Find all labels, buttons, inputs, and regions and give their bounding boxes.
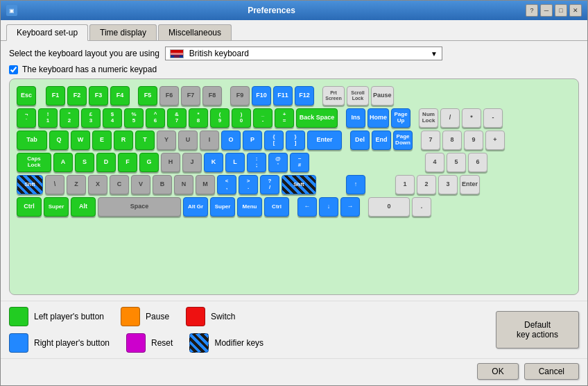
key-f10[interactable]: F10 [252,86,271,106]
key-u[interactable]: U [178,131,198,150]
key-apostrophe[interactable]: @' [268,153,288,172]
key-period[interactable]: >. [239,175,258,194]
key-7[interactable]: &7 [167,108,187,128]
key-uparrow[interactable]: ↑ [346,175,365,194]
key-numlock[interactable]: NumLock [419,108,438,128]
key-num4[interactable]: 4 [425,153,444,172]
key-rshift[interactable]: Shft [282,175,316,194]
key-rctrl[interactable]: Ctrl [264,197,289,217]
key-prtsc[interactable]: PrtScreen [322,86,345,106]
key-numminus[interactable]: - [483,108,503,128]
tab-keyboard-setup[interactable]: Keyboard set-up [6,24,88,41]
key-lalt[interactable]: Alt [71,197,96,217]
key-x[interactable]: X [88,175,107,194]
key-comma[interactable]: <, [217,175,236,194]
key-q[interactable]: Q [49,131,69,150]
key-2[interactable]: "2 [60,108,79,128]
key-slash[interactable]: ?/ [260,175,279,194]
key-f8[interactable]: F8 [202,86,222,106]
key-t[interactable]: T [135,131,155,150]
key-lctrl[interactable]: Ctrl [17,197,42,217]
key-r[interactable]: R [114,131,133,150]
key-lbracket[interactable]: {[ [264,131,284,150]
key-0[interactable]: )0 [232,108,251,128]
key-num3[interactable]: 3 [438,175,458,194]
key-i[interactable]: I [200,131,219,150]
key-f12[interactable]: F12 [295,86,314,106]
key-f6[interactable]: F6 [159,86,179,106]
key-f3[interactable]: F3 [89,86,108,106]
cancel-button[interactable]: Cancel [524,363,579,380]
key-m[interactable]: M [196,175,215,194]
key-v[interactable]: V [131,175,150,194]
key-leftarrow[interactable]: ← [297,197,317,217]
key-9[interactable]: (9 [210,108,230,128]
key-a[interactable]: A [53,153,73,172]
key-num7[interactable]: 7 [421,131,440,150]
key-num5[interactable]: 5 [447,153,466,172]
key-num2[interactable]: 2 [417,175,436,194]
key-equals[interactable]: += [275,108,294,128]
tab-miscellaneous[interactable]: Miscellaneous [158,24,232,40]
help-button[interactable]: ? [526,4,538,17]
key-5[interactable]: %5 [124,108,144,128]
tab-time-display[interactable]: Time display [89,24,157,40]
key-end[interactable]: End [372,131,391,150]
key-l[interactable]: L [225,153,245,172]
key-4[interactable]: $4 [103,108,122,128]
key-num6[interactable]: 6 [468,153,487,172]
minimize-button[interactable]: ─ [540,4,553,17]
key-altgr[interactable]: Alt Gr [183,197,208,217]
key-pgup[interactable]: PageUp [391,108,410,128]
key-o[interactable]: O [221,131,241,150]
key-e[interactable]: E [92,131,112,150]
key-8[interactable]: *8 [189,108,208,128]
numeric-keypad-checkbox[interactable] [9,65,18,74]
key-y[interactable]: Y [157,131,176,150]
key-z[interactable]: Z [67,175,86,194]
key-tab[interactable]: Tab [17,131,47,150]
key-f2[interactable]: F2 [67,86,87,106]
key-backslash[interactable]: \ [45,175,64,194]
key-s[interactable]: S [75,153,94,172]
key-downarrow[interactable]: ↓ [319,197,338,217]
key-3[interactable]: £3 [81,108,101,128]
key-del[interactable]: Del [350,131,370,150]
close-button[interactable]: ✕ [569,4,582,17]
key-f4[interactable]: F4 [110,86,130,106]
key-menu[interactable]: Menu [237,197,262,217]
key-b[interactable]: B [153,175,172,194]
key-1[interactable]: !1 [38,108,58,128]
key-j[interactable]: J [182,153,202,172]
key-backtick[interactable]: ¬` [17,108,36,128]
key-f5[interactable]: F5 [138,86,157,106]
key-k[interactable]: K [204,153,223,172]
key-scroll[interactable]: ScrollLock [347,86,369,106]
key-backspace[interactable]: Back Space [296,108,338,128]
default-key-actions-button[interactable]: Defaultkey actions [496,311,579,349]
key-numstar[interactable]: * [462,108,481,128]
key-num9[interactable]: 9 [464,131,483,150]
key-pgdn[interactable]: PageDown [393,131,413,150]
key-num1[interactable]: 1 [395,175,415,194]
key-f11[interactable]: F11 [273,86,293,106]
key-6[interactable]: ^6 [146,108,165,128]
key-num8[interactable]: 8 [442,131,462,150]
ok-button[interactable]: OK [477,363,518,380]
key-f9[interactable]: F9 [230,86,250,106]
key-c[interactable]: C [110,175,129,194]
key-minus[interactable]: _- [253,108,273,128]
key-d[interactable]: D [96,153,116,172]
maximize-button[interactable]: □ [555,4,567,17]
key-f7[interactable]: F7 [181,86,200,106]
keyboard-layout-dropdown[interactable]: British keyboard ▼ [165,47,442,60]
key-esc[interactable]: Esc [17,86,36,106]
key-space[interactable]: Space [98,197,181,217]
key-num0[interactable]: 0 [368,197,410,217]
key-rsuper[interactable]: Super [210,197,235,217]
key-pause[interactable]: Pause [371,86,394,106]
key-f1[interactable]: F1 [46,86,65,106]
key-ins[interactable]: Ins [346,108,365,128]
key-numdot[interactable]: . [412,197,431,217]
key-semicolon[interactable]: :; [247,153,266,172]
